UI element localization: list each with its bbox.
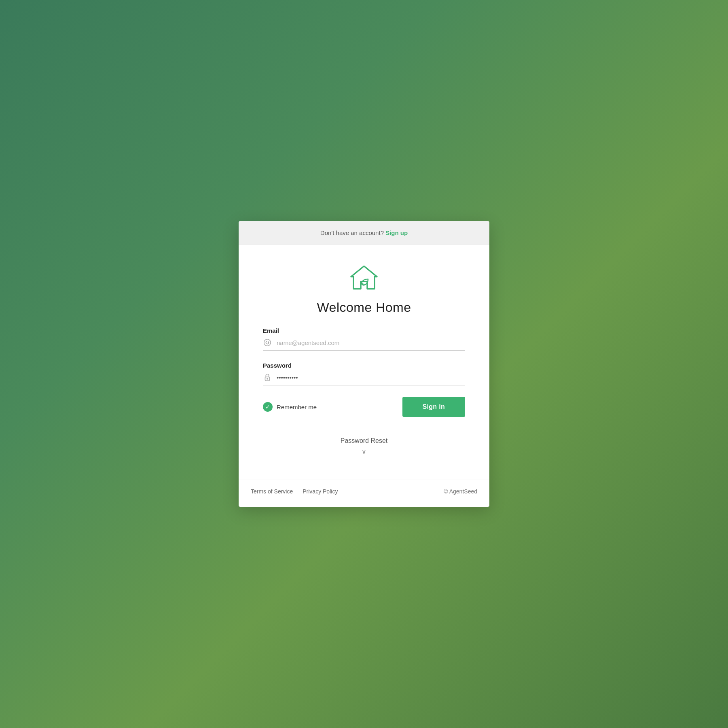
email-icon — [263, 338, 272, 347]
svg-point-3 — [267, 379, 268, 379]
no-account-label: Don't have an account? — [320, 229, 384, 236]
privacy-policy-link[interactable]: Privacy Policy — [303, 488, 338, 495]
welcome-title: Welcome Home — [317, 300, 411, 315]
email-field-group: Email — [263, 327, 465, 351]
password-label: Password — [263, 362, 465, 369]
signin-button[interactable]: Sign in — [402, 397, 465, 417]
checkmark-icon: ✓ — [265, 404, 270, 410]
card-body: Welcome Home Email Password — [239, 245, 489, 480]
email-input-wrapper — [263, 338, 465, 351]
login-form: Email Password — [263, 327, 465, 417]
password-reset-section: Password Reset ∨ — [263, 437, 465, 455]
password-field-group: Password — [263, 362, 465, 385]
password-input-wrapper — [263, 373, 465, 385]
card-header: Don't have an account? Sign up — [239, 221, 489, 245]
footer-links: Terms of Service Privacy Policy — [251, 488, 338, 495]
actions-row: ✓ Remember me Sign in — [263, 397, 465, 417]
password-reset-text[interactable]: Password Reset — [263, 437, 465, 444]
remember-me-checkbox[interactable]: ✓ — [263, 402, 273, 412]
agentseed-copyright-link[interactable]: © AgentSeed — [444, 488, 477, 495]
logo-area: Welcome Home — [263, 261, 465, 315]
no-account-text: Don't have an account? Sign up — [320, 229, 408, 236]
signup-link[interactable]: Sign up — [385, 229, 408, 236]
email-label: Email — [263, 327, 465, 334]
email-input[interactable] — [277, 339, 465, 346]
card-footer: Terms of Service Privacy Policy © AgentS… — [239, 488, 489, 507]
svg-point-0 — [264, 339, 271, 346]
remember-me-toggle[interactable]: ✓ Remember me — [263, 402, 317, 412]
footer-divider — [239, 480, 489, 480]
login-card: Don't have an account? Sign up Welcome H… — [239, 221, 489, 507]
password-input[interactable] — [277, 374, 465, 381]
remember-me-label: Remember me — [277, 404, 317, 411]
footer-copyright: © AgentSeed — [444, 488, 477, 495]
lock-icon — [263, 373, 272, 382]
app-logo-icon — [348, 261, 380, 294]
terms-of-service-link[interactable]: Terms of Service — [251, 488, 293, 495]
chevron-down-icon[interactable]: ∨ — [263, 448, 465, 455]
